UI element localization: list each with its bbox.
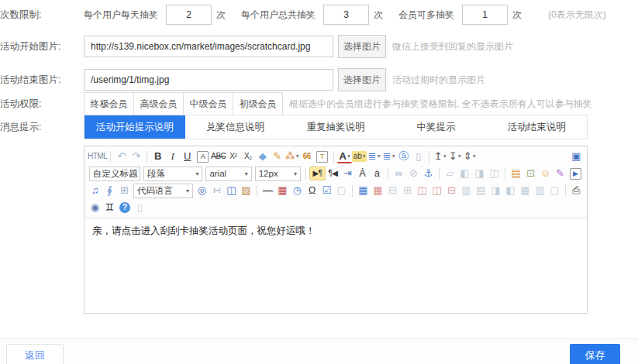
insert-code-icon[interactable]: ◎ <box>195 184 209 197</box>
back-button[interactable]: 返回 <box>6 344 64 364</box>
spellcheck-icon[interactable]: ☑ <box>319 184 334 197</box>
formatclear-icon[interactable]: ◆ <box>255 149 270 163</box>
daily-draw-count-input[interactable] <box>166 5 212 25</box>
end-image-pick-button[interactable]: 选择图片 <box>338 68 386 91</box>
insert-music-icon[interactable]: ♫ <box>88 184 102 197</box>
rowspacing-bottom-icon[interactable]: ↧▾ <box>447 149 462 163</box>
special-char-icon[interactable]: Ω <box>305 184 319 197</box>
link-icon[interactable]: ∞ <box>391 167 406 180</box>
pagebreak-icon[interactable]: ∺ <box>209 184 224 197</box>
subscript-icon[interactable]: X₂ <box>240 149 255 163</box>
bold-icon[interactable]: B <box>150 149 165 163</box>
undo-icon[interactable]: ↶ <box>114 149 129 163</box>
permission-label: 活动权限: <box>0 98 84 111</box>
delete-col-icon[interactable]: ▤ <box>474 184 488 197</box>
paragraph-select[interactable]: 段落▾ <box>143 167 202 181</box>
formatpainter-icon[interactable]: ✎ <box>270 149 285 163</box>
edit-doc-icon[interactable]: ▢ <box>547 184 562 197</box>
preview-icon[interactable]: ◉ <box>88 201 102 215</box>
lowercase-icon[interactable]: ȧ <box>370 167 385 180</box>
drafts-icon[interactable]: ▢ <box>334 184 349 197</box>
fontborder-icon[interactable]: A <box>197 151 209 163</box>
limits-label: 次数限制: <box>0 9 84 22</box>
delete-table-icon[interactable]: ▦ <box>371 184 385 197</box>
member-group-senior[interactable]: 高级会员 <box>134 93 184 115</box>
paste-disabled-icon[interactable]: ▯ <box>133 201 147 215</box>
attachment-icon[interactable]: ∮ <box>102 184 117 197</box>
source-icon[interactable]: HTML <box>88 149 107 163</box>
total-draw-count-input[interactable] <box>323 5 369 25</box>
tab-redeem-info[interactable]: 兑奖信息说明 <box>185 115 286 139</box>
horizontal-rule-icon[interactable]: — <box>260 184 275 197</box>
date-icon[interactable]: ▦ <box>275 184 290 197</box>
map-icon[interactable]: ⊞ <box>117 184 132 197</box>
insert-row-icon[interactable]: ⊟ <box>444 184 459 197</box>
scrawl-icon[interactable]: ✎ <box>553 167 567 180</box>
tab-repeat-draw[interactable]: 重复抽奖说明 <box>285 115 386 139</box>
insert-col-right-icon[interactable]: ◫ <box>429 184 444 197</box>
tab-activity-end[interactable]: 活动结束说明 <box>486 115 587 139</box>
font-family-select[interactable]: arial▾ <box>205 167 251 181</box>
underline-icon[interactable]: U <box>180 149 195 163</box>
autotypeset-icon[interactable]: ⁂▾ <box>285 149 299 163</box>
image-align-left-icon[interactable]: ◧ <box>457 167 472 180</box>
print-icon[interactable]: ⎙ <box>569 184 584 197</box>
start-image-pick-button[interactable]: 选择图片 <box>338 35 386 58</box>
table-caption-icon[interactable]: ⊟ <box>385 184 400 197</box>
font-size-select[interactable]: 12px▾ <box>255 167 301 181</box>
image-align-right-icon[interactable]: ◨ <box>472 167 487 180</box>
member-extra-draw-count-input[interactable] <box>462 5 508 25</box>
member-group-ultimate[interactable]: 终极会员 <box>84 93 134 115</box>
background-icon[interactable]: ▨ <box>239 184 253 197</box>
fullscreen-icon[interactable]: ▣ <box>569 149 584 163</box>
unlink-icon[interactable]: ⊘ <box>406 167 421 180</box>
member-group-junior[interactable]: 初级会员 <box>233 93 282 115</box>
member-group-middle[interactable]: 中级会员 <box>184 93 233 115</box>
rowspacing-top-icon[interactable]: ↥▾ <box>433 149 447 163</box>
image-align-none-icon[interactable]: ▱ <box>443 167 457 180</box>
direction-ltr-icon[interactable]: ▶¶ <box>309 167 326 180</box>
editor-content-area[interactable]: 亲，请点击进入刮刮卡抽奖活动页面，祝您好运哦！ <box>84 218 587 316</box>
delete-row-icon[interactable]: ▥ <box>459 184 474 197</box>
selectall-icon[interactable]: ⓐ <box>396 149 411 163</box>
strikethrough-icon[interactable]: ABC <box>211 149 226 163</box>
blockquote-icon[interactable]: 66 <box>299 149 314 163</box>
uppercase-icon[interactable]: Ȧ <box>355 167 370 180</box>
backcolor-icon[interactable]: ab▾ <box>352 151 367 162</box>
code-language-select[interactable]: 代码语言▾ <box>133 184 193 198</box>
direction-rtl-icon[interactable]: ¶◀ <box>326 167 340 180</box>
template-icon[interactable]: ◫ <box>224 184 239 197</box>
italic-icon[interactable]: I <box>165 149 180 163</box>
merge-right-icon[interactable]: ◨ <box>488 184 503 197</box>
search-replace-icon[interactable]: ♊ <box>102 201 117 215</box>
lineheight-icon[interactable]: ⇕▾ <box>462 149 477 163</box>
start-image-input[interactable] <box>84 36 333 57</box>
insert-image-icon[interactable]: ▤ <box>509 167 523 180</box>
cleardoc-icon[interactable]: ▯ <box>411 149 426 163</box>
emotion-icon[interactable]: ☺ <box>538 167 553 180</box>
tab-win-tip[interactable]: 中奖提示 <box>386 115 487 139</box>
split-cell-icon[interactable]: ▥ <box>533 184 547 197</box>
pasteplain-icon[interactable]: T <box>316 151 328 163</box>
merge-down-icon[interactable]: ◧ <box>503 184 518 197</box>
ordered-list-icon[interactable]: ≣▾ <box>367 149 381 163</box>
unordered-list-icon[interactable]: ≣▾ <box>381 149 396 163</box>
indent-icon[interactable]: ⇥ <box>340 167 355 180</box>
insert-video-icon[interactable]: ▶ <box>570 168 581 180</box>
table-title-icon[interactable]: ⊞ <box>400 184 415 197</box>
time-icon[interactable]: ◷ <box>290 184 305 197</box>
insert-col-left-icon[interactable]: ◫ <box>415 184 429 197</box>
merge-cells-icon[interactable]: ▦ <box>518 184 533 197</box>
forecolor-icon[interactable]: A▾ <box>337 150 352 163</box>
insert-table-icon[interactable]: ▦ <box>356 184 371 197</box>
help-icon[interactable]: ? <box>119 202 130 213</box>
image-align-center-icon[interactable]: ◫ <box>487 167 502 180</box>
anchor-icon[interactable]: ⚓ <box>421 167 436 180</box>
redo-icon[interactable]: ↷ <box>129 149 143 163</box>
end-image-input[interactable] <box>84 69 333 91</box>
snapscreen-icon[interactable]: ⊡ <box>523 167 538 180</box>
superscript-icon[interactable]: X² <box>226 149 240 163</box>
paragraph-style-select[interactable]: 自定义标题▾ <box>89 167 140 181</box>
save-button[interactable]: 保存 <box>570 344 620 364</box>
tab-activity-start-tip[interactable]: 活动开始提示说明 <box>84 115 185 139</box>
